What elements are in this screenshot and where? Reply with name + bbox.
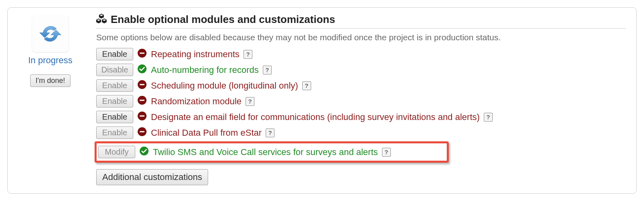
module-label: Auto-numbering for records [151, 65, 259, 75]
help-icon[interactable]: ? [266, 128, 275, 137]
module-action-button: Enable [96, 95, 133, 108]
module-row: EnableRandomization module? [96, 93, 626, 109]
modules-panel: In progress I'm done! Enable optional mo… [7, 7, 637, 194]
svg-rect-4 [140, 84, 144, 85]
svg-rect-8 [140, 115, 144, 116]
section-subtext: Some options below are disabled because … [96, 33, 626, 42]
svg-rect-1 [140, 52, 144, 54]
module-row: EnableScheduling module (longitudinal on… [96, 78, 626, 93]
help-icon[interactable]: ? [302, 81, 311, 90]
module-action-button: Modify [98, 146, 135, 158]
svg-point-2 [138, 64, 147, 73]
im-done-button[interactable]: I'm done! [30, 74, 70, 87]
module-label: Randomization module [151, 96, 242, 107]
module-label: Clinical Data Pull from eStar [151, 128, 262, 138]
module-label: Twilio SMS and Voice Call services for s… [153, 147, 378, 157]
module-action-button[interactable]: Enable [96, 111, 133, 123]
minus-circle-icon [137, 95, 147, 108]
module-row: EnableClinical Data Pull from eStar? [96, 125, 626, 141]
module-row: DisableAuto-numbering for records? [96, 62, 626, 78]
check-circle-icon [139, 146, 149, 158]
right-column: Enable optional modules and customizatio… [96, 13, 626, 185]
minus-circle-icon [137, 111, 147, 123]
module-label: Repeating instruments [151, 49, 239, 60]
svg-rect-10 [140, 131, 144, 132]
highlighted-module: ModifyTwilio SMS and Voice Call services… [95, 141, 449, 163]
divider [96, 28, 626, 29]
module-label: Designate an email field for communicati… [151, 112, 480, 122]
refresh-icon [32, 16, 68, 52]
section-heading-text: Enable optional modules and customizatio… [111, 13, 335, 26]
status-label: In progress [28, 55, 72, 66]
module-action-button: Disable [96, 64, 133, 76]
minus-circle-icon [137, 127, 147, 139]
module-row: EnableDesignate an email field for commu… [96, 109, 626, 125]
section-heading: Enable optional modules and customizatio… [96, 13, 626, 26]
module-list: EnableRepeating instruments?DisableAuto-… [96, 46, 626, 163]
help-icon[interactable]: ? [244, 50, 252, 59]
module-row: EnableRepeating instruments? [96, 46, 626, 62]
check-circle-icon [137, 64, 147, 76]
module-row: ModifyTwilio SMS and Voice Call services… [97, 144, 446, 160]
help-icon[interactable]: ? [263, 66, 272, 74]
svg-rect-6 [140, 99, 144, 101]
cubes-icon [96, 14, 107, 26]
module-label: Scheduling module (longitudinal only) [151, 81, 298, 91]
minus-circle-icon [137, 48, 147, 60]
module-action-button: Enable [96, 79, 133, 92]
module-action-button[interactable]: Enable [96, 48, 133, 60]
help-icon[interactable]: ? [484, 113, 493, 122]
module-action-button: Enable [96, 126, 133, 139]
additional-customizations-button[interactable]: Additional customizations [96, 169, 208, 185]
left-column: In progress I'm done! [18, 13, 83, 185]
minus-circle-icon [137, 80, 147, 92]
svg-point-11 [140, 147, 149, 155]
help-icon[interactable]: ? [246, 97, 254, 106]
help-icon[interactable]: ? [382, 148, 391, 157]
